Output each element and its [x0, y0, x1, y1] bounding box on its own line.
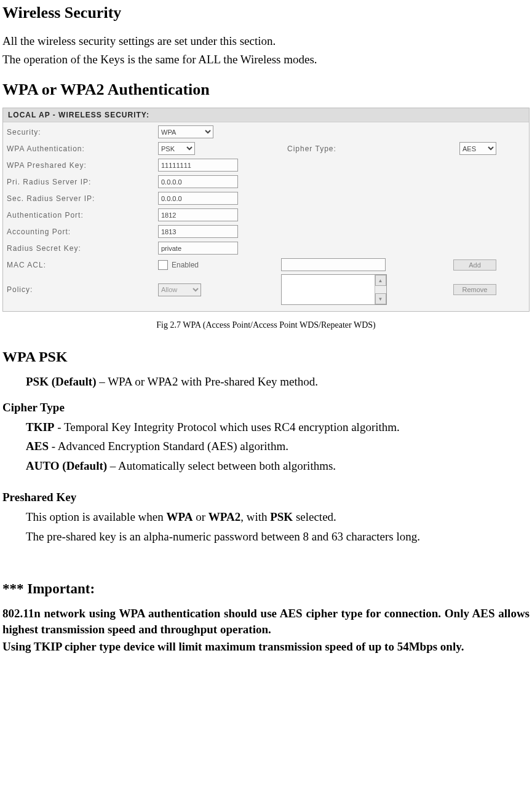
scrollbar: ▲ ▼: [375, 275, 386, 304]
intro-text-2: The operation of the Keys is the same fo…: [2, 52, 530, 68]
psk-default-line: PSK (Default) – WPA or WPA2 with Pre-sha…: [26, 374, 530, 390]
mac-acl-enabled-label: Enabled: [172, 261, 199, 269]
preshared-key-input[interactable]: [158, 159, 238, 172]
auth-port-input: [158, 208, 238, 221]
acct-port-input: [158, 225, 238, 238]
aes-line: AES - Advanced Encryption Standard (AES)…: [26, 438, 530, 454]
policy-select: Allow: [158, 283, 201, 296]
sec-radius-label: Sec. Radius Server IP:: [7, 194, 158, 203]
section-wpa-auth: WPA or WPA2 Authentication: [2, 81, 530, 99]
security-label: Security:: [7, 128, 158, 136]
auth-port-label: Authentication Port:: [7, 211, 158, 219]
preshared-key-label: WPA Preshared Key:: [7, 161, 158, 170]
wpa-auth-select[interactable]: PSK: [158, 142, 195, 155]
auto-line: AUTO (Default) – Automatically select be…: [26, 458, 530, 474]
secret-key-input: [158, 242, 238, 255]
important-p1: 802.11n network using WPA authentication…: [2, 606, 530, 637]
cipher-type-heading: Cipher Type: [2, 400, 530, 416]
cipher-type-label: Cipher Type:: [281, 144, 459, 153]
mac-acl-list: ▲ ▼: [281, 274, 387, 305]
sec-radius-input: [158, 192, 238, 205]
important-p2: Using TKIP cipher type device will limit…: [2, 639, 530, 655]
wpa-psk-heading: WPA PSK: [2, 349, 530, 365]
pri-radius-input: [158, 175, 238, 188]
figure-caption: Fig 2.7 WPA (Access Point/Access Point W…: [2, 320, 530, 330]
policy-label: Policy:: [7, 285, 158, 294]
preshared-line-2: The pre-shared key is an alpha-numeric p…: [26, 529, 530, 545]
remove-button[interactable]: Remove: [453, 284, 496, 295]
security-select[interactable]: WPA: [158, 125, 213, 138]
panel-header: LOCAL AP - WIRELESS SECURITY:: [3, 108, 529, 122]
mac-acl-entry-input: [281, 258, 386, 271]
mac-acl-label: MAC ACL:: [7, 261, 158, 269]
intro-text-1: All the wireless security settings are s…: [2, 33, 530, 49]
scroll-up-icon: ▲: [375, 275, 386, 286]
tkip-line: TKIP - Temporal Key Integrity Protocol w…: [26, 419, 530, 435]
scroll-down-icon: ▼: [375, 293, 386, 304]
preshared-line-1: This option is available when WPA or WPA…: [26, 509, 530, 525]
pri-radius-label: Pri. Radius Server IP:: [7, 178, 158, 186]
mac-acl-checkbox[interactable]: [158, 260, 168, 270]
add-button[interactable]: Add: [453, 259, 496, 271]
wpa-auth-label: WPA Authentication:: [7, 144, 158, 153]
secret-key-label: Radius Secret Key:: [7, 244, 158, 253]
cipher-type-select[interactable]: AES: [459, 142, 496, 155]
important-heading: *** Important:: [2, 581, 530, 597]
security-panel: LOCAL AP - WIRELESS SECURITY: Security: …: [2, 108, 530, 312]
page-title: Wireless Security: [2, 4, 530, 22]
acct-port-label: Accounting Port:: [7, 227, 158, 236]
preshared-key-heading: Preshared Key: [2, 489, 530, 505]
